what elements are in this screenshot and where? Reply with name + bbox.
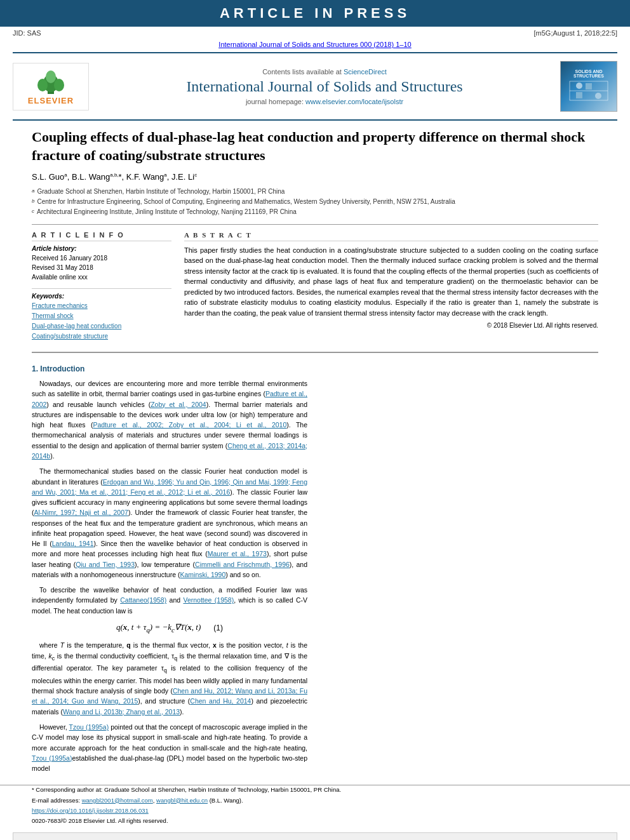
ref-cattaneo[interactable]: Cattaneo(1958) [120,596,166,604]
abstract-title: A B S T R A C T [184,231,598,241]
elsevier-tree-icon [29,67,73,96]
article-dates: Received 16 January 2018 Revised 31 May … [32,253,171,282]
journal-homepage: journal homepage: www.elsevier.com/locat… [95,98,554,105]
keywords-label: Keywords: [32,293,171,300]
keywords-section: Keywords: Fracture mechanics Thermal sho… [32,288,171,342]
svg-point-3 [54,79,64,91]
article-section: Coupling effects of dual-phase-lag heat … [0,128,630,342]
journal-title-center: Contents lists available at ScienceDirec… [95,68,554,105]
affil-a: Graduate School at Shenzhen, Harbin Inst… [37,187,285,196]
equation-block: q(x, t + τq) = −kc∇T(x, t) (1) [32,621,307,635]
svg-rect-9 [586,83,592,90]
body-divider [32,352,598,353]
abstract-section: A B S T R A C T This paper firstly studi… [184,231,598,342]
email-link-1[interactable]: wangbl2001@hotmail.com [82,797,153,804]
article-info: A R T I C L E I N F O Article history: R… [32,231,171,342]
ref-al-nimr-naji[interactable]: Al-Nimr, 1997; Naji et al., 2007 [34,509,128,516]
elsevier-logo: ELSEVIER [13,63,89,110]
affiliations: aGraduate School at Shenzhen, Harbin Ins… [32,187,598,217]
journal-header: ELSEVIER Contents lists available at Sci… [0,56,630,117]
article-history-label: Article history: [32,245,171,252]
info-abstract-divider [32,224,598,225]
ref-maurer[interactable]: Maurer et al., 1973 [208,550,267,557]
footnote-area: * Corresponding author at: Graduate Scho… [0,785,630,825]
ref-padture-zoby-li[interactable]: Padture et al., 2002; Zoby et al., 2004;… [93,421,286,429]
journal-cover-graphic [566,78,611,103]
email-label: E-mail addresses: [32,797,82,804]
doi-link[interactable]: https://doi.org/10.1016/j.ijsolstr.2018.… [32,807,149,814]
keyword-2[interactable]: Thermal shock [32,311,171,321]
corresponding-author: * Corresponding author at: Graduate Scho… [32,785,598,794]
journal-link-anchor[interactable]: International Journal of Solids and Stru… [218,41,411,48]
article-title: Coupling effects of dual-phase-lag heat … [32,128,598,164]
intro-para3: To describe the wavelike behavior of hea… [32,585,307,616]
doi-line: https://doi.org/10.1016/j.ijsolstr.2018.… [32,806,598,815]
article-info-title: A R T I C L E I N F O [32,231,171,241]
ref-landau[interactable]: Landau, 1941 [52,540,94,547]
journal-cover-title: SOLIDS ANDSTRUCTURES [573,69,604,78]
article-in-press-banner: ARTICLE IN PRESS [0,0,630,27]
intro-heading: 1. Introduction [32,363,307,375]
keyword-1[interactable]: Fracture mechanics [32,301,171,311]
ref-tzou-1995a-2[interactable]: Tzou (1995a) [32,754,72,762]
journal-name: International Journal of Solids and Stru… [95,78,554,95]
received-date: Received 16 January 2018 [32,253,171,263]
journal-link[interactable]: International Journal of Solids and Stru… [0,39,630,50]
abstract-text: This paper firstly studies the heat cond… [184,245,598,319]
elsevier-text: ELSEVIER [28,96,74,105]
intro-para2: The thermomechanical studies based on th… [32,466,307,580]
ref-chen-hu-2014[interactable]: Chen and Hu, 2014 [190,697,251,705]
contents-available: Contents lists available at ScienceDirec… [95,68,554,76]
intro-para4: where T is the temperature, q is the the… [32,640,307,717]
ref-qiu-tien[interactable]: Qiu and Tien, 1993 [76,561,135,568]
email-name: (B.L. Wang). [210,797,243,804]
svg-point-7 [576,83,582,89]
date-meta: [m5G;August 1, 2018;22:5] [534,29,617,37]
revised-date: Revised 31 May 2018 [32,263,171,272]
issn-line: 0020-7683/© 2018 Elsevier Ltd. All right… [32,817,598,825]
journal-cover: SOLIDS ANDSTRUCTURES [560,61,617,112]
authors: S.L. Guoa, B.L. Wanga,b,*, K.F. Wanga, J… [32,172,598,182]
affil-c: Architectural Engineering Institute, Jin… [37,208,297,217]
top-meta: JID: SAS [m5G;August 1, 2018;22:5] [0,27,630,39]
keyword-4[interactable]: Coating/substrate structure [32,331,171,342]
email-link-2[interactable]: wangbl@hit.edu.cn [156,797,208,804]
svg-point-8 [595,93,601,99]
header-divider2 [13,119,617,121]
ref-erdogan-wu[interactable]: Erdogan and Wu, 1996; Yu and Qin, 1996; … [32,478,307,496]
sciencedirect-link[interactable]: ScienceDirect [344,68,387,76]
svg-point-4 [46,70,56,83]
ref-cheng[interactable]: Cheng et al., 2013; 2014a; 2014b [32,442,307,460]
available-date: Available online xxx [32,272,171,282]
intro-para1: Nowadays, our devices are encountering m… [32,378,307,461]
intro-para5: However, Tzou (1995a) pointed out that t… [32,722,307,773]
body-columns: 1. Introduction Nowadays, our devices ar… [0,363,630,779]
jid-label: JID: SAS [13,29,41,37]
ref-vernottee[interactable]: Vernottee (1958) [183,596,234,604]
copyright-line: © 2018 Elsevier Ltd. All rights reserved… [184,322,598,329]
homepage-link[interactable]: www.elsevier.com/locate/ijsolstr [305,98,403,105]
affil-b: Centre for Infrastructure Engineering, S… [37,197,455,206]
body-col-left: 1. Introduction Nowadays, our devices ar… [32,363,307,779]
ref-kaminski[interactable]: Kaminski, 1990 [180,571,225,578]
keyword-3[interactable]: Dual-phase-lag heat conduction [32,321,171,331]
email-address: E-mail addresses: wangbl2001@hotmail.com… [32,796,598,804]
bottom-cite-bar: Please cite this article as: S.L. Guo et… [13,832,617,840]
ref-tzou-1995a[interactable]: Tzou (1995a) [69,723,109,731]
equation-num: (1) [213,622,223,634]
ref-cimmelli[interactable]: Cimmelli and Frischmuth, 1996 [195,561,290,568]
body-col-right [323,363,598,779]
ref-zoby2004[interactable]: Zoby et al., 2004 [151,401,206,408]
ref-wang-li-zhang[interactable]: Wang and Li, 2013b; Zhang et al., 2013 [63,708,180,716]
svg-point-2 [37,79,48,91]
svg-rect-10 [576,92,582,98]
equation-text: q(x, t + τq) = −kc∇T(x, t) [116,621,201,635]
info-abstract: A R T I C L E I N F O Article history: R… [32,231,598,342]
header-divider-top [13,52,617,53]
ref-chen-hu-wang-li[interactable]: Chen and Hu, 2012; Wang and Li, 2013a; F… [32,687,307,705]
